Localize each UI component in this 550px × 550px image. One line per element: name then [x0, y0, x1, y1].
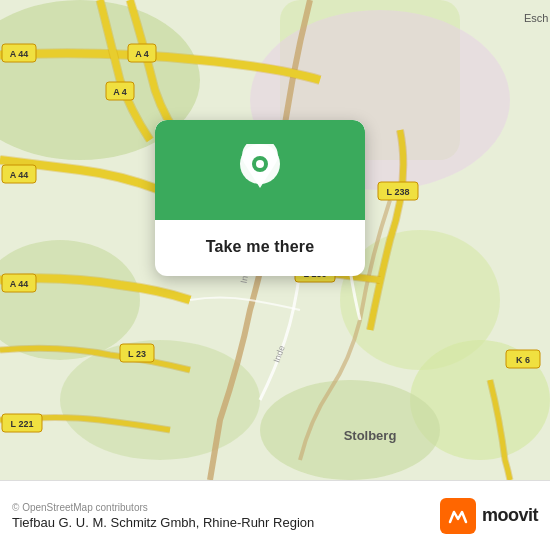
svg-text:A 44: A 44: [10, 279, 29, 289]
moovit-icon: [440, 498, 476, 534]
map-container: A 44 A 4 A 4 A 44 A 44 L 238 L 236 L 23 …: [0, 0, 550, 480]
svg-text:A 4: A 4: [113, 87, 127, 97]
tooltip-green-header: [155, 120, 365, 220]
svg-point-32: [256, 160, 264, 168]
moovit-logo: moovit: [440, 498, 538, 534]
svg-text:L 238: L 238: [387, 187, 410, 197]
take-me-there-button[interactable]: Take me there: [198, 234, 323, 260]
svg-text:L 221: L 221: [11, 419, 34, 429]
svg-point-3: [60, 340, 260, 460]
stolberg-label: Stolberg: [344, 428, 397, 443]
svg-text:A 4: A 4: [135, 49, 149, 59]
moovit-text: moovit: [482, 505, 538, 526]
svg-text:K 6: K 6: [516, 355, 530, 365]
pin-icon: [238, 144, 282, 196]
road-label-a44-top: A 44: [10, 49, 29, 59]
svg-text:L 23: L 23: [128, 349, 146, 359]
svg-text:A 44: A 44: [10, 170, 29, 180]
location-tooltip: Take me there: [155, 120, 365, 276]
place-name-text: Tiefbau G. U. M. Schmitz Gmbh, Rhine-Ruh…: [12, 515, 314, 530]
attribution-text: © OpenStreetMap contributors: [12, 502, 314, 513]
bottom-bar: © OpenStreetMap contributors Tiefbau G. …: [0, 480, 550, 550]
bottom-info: © OpenStreetMap contributors Tiefbau G. …: [12, 502, 314, 530]
esch-label: Esch: [524, 12, 548, 24]
